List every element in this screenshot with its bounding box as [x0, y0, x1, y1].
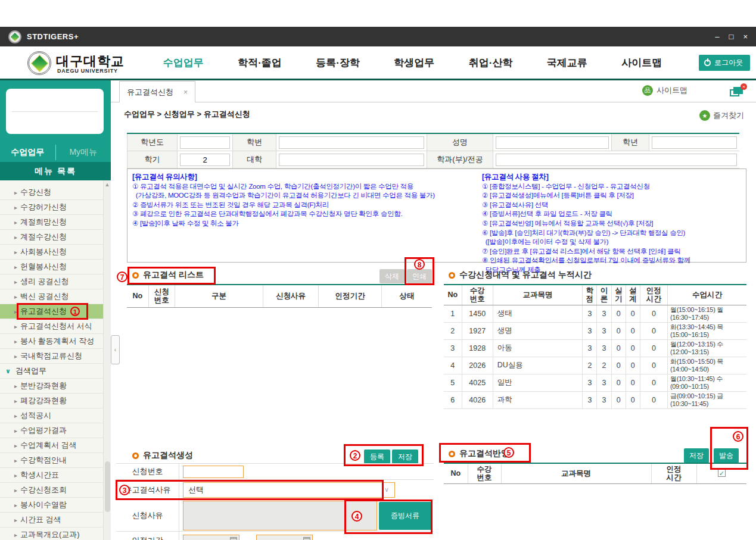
col-course-name: 교과목명 [493, 285, 583, 305]
triangle-right-icon: ▸ [14, 413, 17, 419]
print-button[interactable]: 인쇄 [407, 269, 432, 283]
close-all-tabs-icon[interactable]: × [730, 86, 745, 96]
table-row[interactable]: 31928아동33000월(12:00~13:15) 수(12:00~13:15… [444, 339, 746, 357]
save-reflection-button[interactable]: 저장 [684, 448, 709, 463]
sidebar-item-수업평가결과[interactable]: ▸수업평가결과 [0, 423, 111, 438]
annotation-circle-5: 5 [503, 447, 514, 458]
section-bullet-icon [132, 272, 139, 279]
table-row[interactable]: 42026DU실용22000화(15:00~15:50) 목(14:00~14:… [444, 357, 746, 374]
reason-textarea[interactable] [183, 501, 377, 530]
dept-input[interactable] [496, 154, 737, 166]
year-input[interactable] [180, 136, 230, 149]
student-no-input[interactable] [279, 136, 424, 149]
tab-bar: 유고결석신청 × 品 사이트맵 × [111, 80, 756, 102]
triangle-right-icon: ▸ [14, 383, 17, 389]
sidebar-scrollbar[interactable]: ▲ [103, 180, 111, 540]
sidebar-item-유고결석신청[interactable]: ▸유고결석신청1 [0, 304, 111, 319]
sidebar-item-봉사이수열람[interactable]: ▸봉사이수열람 [0, 498, 111, 513]
sidebar-item-학생시간표[interactable]: ▸학생시간표 [0, 468, 111, 483]
sidebar-item-백신 공결신청[interactable]: ▸백신 공결신청 [0, 289, 111, 304]
logout-button[interactable]: 로그아웃 [699, 55, 750, 71]
nav-item-취업·산학[interactable]: 취업·산학 [469, 56, 513, 70]
attachment-button[interactable]: 증빙서류 [379, 502, 431, 530]
favorite-button[interactable]: ★ 즐겨찾기 [699, 110, 744, 121]
sidebar-item-수강허가신청[interactable]: ▸수강허가신청 [0, 200, 111, 215]
sidebar-item-계절희망신청[interactable]: ▸계절희망신청 [0, 215, 111, 230]
cell: 3 [597, 374, 611, 391]
sidebar-item-헌혈봉사신청[interactable]: ▸헌혈봉사신청 [0, 260, 111, 274]
table-row[interactable]: 64026과학33000금(09:00~10:15) 금(10:30~11:45… [444, 391, 746, 408]
grade-input[interactable] [652, 136, 737, 149]
sidebar-item-교과목개요(교과)[interactable]: ▸교과목개요(교과) [0, 527, 111, 540]
delete-button[interactable]: 삭제 [379, 269, 405, 283]
cell: 0 [611, 305, 626, 322]
sidebar-item-분반강좌현황[interactable]: ▸분반강좌현황 [0, 379, 111, 394]
sidebar-item-유고결석신청서 서식[interactable]: ▸유고결석신청서 서식 [0, 319, 111, 334]
table-row[interactable]: 11450생태33000월(15:00~16:15) 월(16:30~17:45… [444, 305, 746, 322]
nav-item-등록·장학[interactable]: 등록·장학 [316, 56, 360, 70]
table-row[interactable]: 21927생명33000화(13:30~14:45) 목(15:00~16:15… [444, 322, 746, 339]
sidebar-item-수강학점안내[interactable]: ▸수강학점안내 [0, 453, 111, 468]
col-course-no: 수강 번호 [468, 463, 501, 483]
section-bullet-icon [449, 451, 455, 457]
triangle-right-icon: ▸ [14, 517, 17, 523]
period-start-input[interactable] [183, 535, 239, 540]
reason-type-select[interactable]: 선택 ∨ [183, 482, 395, 498]
tab-close-icon[interactable]: × [183, 88, 188, 96]
sidebar-item-사회봉사신청[interactable]: ▸사회봉사신청 [0, 245, 111, 260]
nav-item-사이트맵[interactable]: 사이트맵 [621, 56, 662, 70]
scroll-up-arrow[interactable]: ▲ [104, 182, 111, 188]
period-label: 인정기간 [116, 535, 179, 540]
calendar-icon[interactable] [230, 537, 237, 540]
cell: 화(13:30~14:45) 목(15:00~16:15) [667, 322, 746, 339]
nav-item-국제교류[interactable]: 국제교류 [547, 56, 587, 70]
save-creation-button[interactable]: 저장 [392, 450, 418, 464]
sidebar-item-수업계획서 검색[interactable]: ▸수업계획서 검색 [0, 438, 111, 453]
nav-item-학적·졸업[interactable]: 학적·졸업 [238, 56, 282, 70]
nav-item-학생업무[interactable]: 학생업무 [394, 56, 434, 70]
sidebar-item-수강신청조회[interactable]: ▸수강신청조회 [0, 483, 111, 498]
sidebar-item-폐강강좌현황[interactable]: ▸폐강강좌현황 [0, 394, 111, 408]
nav-item-수업업무[interactable]: 수업업무 [163, 56, 204, 70]
sidebar-item-계절수강신청[interactable]: ▸계절수강신청 [0, 230, 111, 245]
sidebar-item-시간표 검색[interactable]: ▸시간표 검색 [0, 513, 111, 527]
sidebar-item-국내학점교류신청[interactable]: ▸국내학점교류신청 [0, 349, 111, 364]
col-design: 설 계 [626, 285, 640, 305]
triangle-right-icon: ▸ [14, 427, 17, 434]
calendar-icon[interactable] [303, 537, 310, 540]
triangle-right-icon: ▸ [14, 323, 17, 330]
year-label: 학년도 [127, 134, 178, 151]
scrollbar-thumb[interactable] [105, 461, 110, 512]
app-title: STDTIGERS+ [27, 32, 79, 41]
enrollment-title: 수강신청내역 및 유고결석 누적시간 [449, 270, 592, 280]
minimize-button[interactable]: – [715, 33, 719, 40]
sidebar-item-봉사 활동계획서 작성[interactable]: ▸봉사 활동계획서 작성 [0, 334, 111, 349]
sidebar-item-생리 공결신청[interactable]: ▸생리 공결신청 [0, 274, 111, 289]
term-input[interactable] [180, 154, 230, 166]
university-name-en: DAEGU UNIVERSITY [57, 68, 118, 74]
cell: 2026 [462, 357, 493, 374]
sitemap-link[interactable]: 品 사이트맵 [642, 85, 687, 96]
tab-absence-application[interactable]: 유고결석신청 × [119, 81, 195, 102]
sidebar-item-성적공시[interactable]: ▸성적공시 [0, 408, 111, 423]
main-nav: 수업업무학적·졸업등록·장학학생업무취업·산학국제교류사이트맵 [146, 46, 679, 79]
register-button[interactable]: 등록 [364, 450, 390, 464]
sidebar-item-수강신청[interactable]: ▸수강신청 [0, 185, 111, 200]
maximize-button[interactable]: □ [729, 33, 734, 40]
request-no-input[interactable] [183, 466, 244, 478]
sidebar-collapse-handle[interactable]: ‹ [111, 335, 120, 364]
sidebar-tab-my-menu[interactable]: My메뉴 [56, 147, 111, 158]
col-class-time: 수업시간 [667, 285, 746, 305]
table-row[interactable]: 54025일반33000월(10:30~11:45) 수(09:00~10:15… [444, 374, 746, 391]
college-input[interactable] [279, 154, 424, 166]
name-input[interactable] [496, 136, 609, 149]
send-button[interactable]: 발송 [714, 448, 739, 463]
cell: 0 [611, 391, 626, 408]
select-all-checkbox[interactable]: ✓ [718, 469, 726, 477]
close-button[interactable]: × [743, 33, 748, 40]
sidebar-item-검색업무[interactable]: ∨검색업무 [0, 364, 111, 379]
sidebar-tab-class-work[interactable]: 수업업무 [0, 147, 55, 158]
university-emblem-icon [27, 51, 51, 75]
period-end-input[interactable] [256, 535, 313, 540]
col-recognized-hours: 인정 시간 [640, 285, 667, 305]
